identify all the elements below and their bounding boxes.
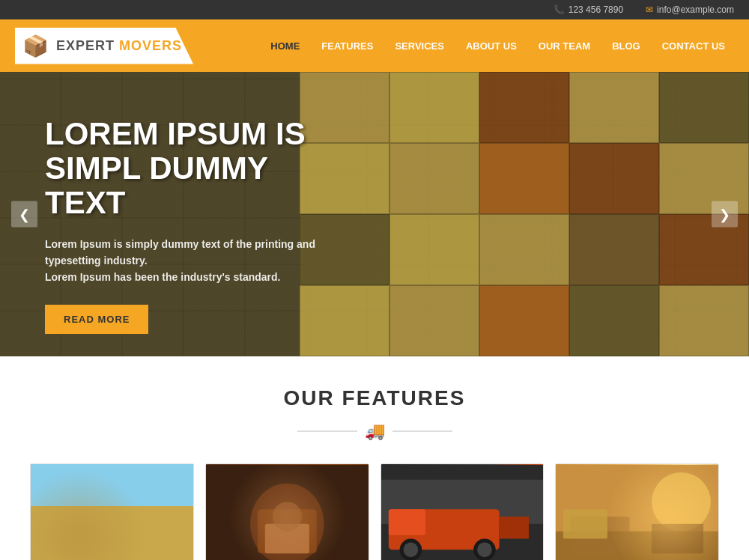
hero-next-button[interactable]: ❯ bbox=[712, 201, 738, 228]
nav-ourteam[interactable]: OUR TEAM bbox=[530, 34, 599, 58]
nav-contact[interactable]: CONTACT US bbox=[653, 34, 734, 58]
divider-line-right bbox=[392, 430, 452, 432]
email-address: info@example.com bbox=[657, 4, 734, 15]
hero-desc-line2: Lorem Ipsum has been the industry's stan… bbox=[45, 271, 281, 283]
container-13 bbox=[479, 214, 569, 285]
phone-icon: 📞 bbox=[554, 4, 565, 15]
features-section: OUR FEATURES 🚚 FEATURE TITLE 1 bbox=[0, 356, 749, 560]
svg-rect-11 bbox=[265, 524, 309, 553]
svg-rect-3 bbox=[112, 494, 137, 523]
svg-rect-6 bbox=[31, 505, 49, 524]
features-grid: FEATURE TITLE 1 Lorem ipsum dolor sit am… bbox=[30, 463, 719, 560]
main-nav: HOME FEATURES SERVICES ABOUT US OUR TEAM… bbox=[208, 34, 734, 58]
hero-title: LOREM IPSUM IS SIMPL DUMMY TEXT bbox=[45, 117, 345, 221]
logo-movers: MOVERS bbox=[115, 38, 182, 53]
svg-rect-1 bbox=[31, 517, 193, 560]
hero-content: LOREM IPSUM IS SIMPL DUMMY TEXT Lorem Ip… bbox=[0, 72, 389, 356]
feature-svg-1 bbox=[31, 464, 193, 560]
container-17 bbox=[389, 285, 479, 356]
nav-home[interactable]: HOME bbox=[261, 34, 309, 58]
header: 📦 EXPERT MOVERS HOME FEATURES SERVICES A… bbox=[0, 19, 749, 72]
svg-rect-25 bbox=[571, 517, 630, 553]
svg-point-7 bbox=[138, 476, 160, 499]
features-section-title: OUR FEATURES bbox=[15, 386, 734, 410]
svg-rect-21 bbox=[499, 517, 528, 539]
svg-rect-2 bbox=[75, 502, 104, 524]
container-4 bbox=[569, 72, 659, 143]
container-5 bbox=[659, 72, 749, 143]
svg-rect-8 bbox=[206, 465, 369, 560]
feature-card-3: FEATURE TITLE 3 Lorem ipsum dolor sit am… bbox=[380, 463, 545, 560]
feature-svg-2 bbox=[206, 464, 369, 560]
svg-rect-26 bbox=[563, 509, 607, 538]
container-19 bbox=[569, 285, 659, 356]
nav-services[interactable]: SERVICES bbox=[386, 34, 453, 58]
container-8 bbox=[479, 143, 569, 214]
phone-item: 📞 123 456 7890 bbox=[554, 4, 623, 15]
phone-number: 123 456 7890 bbox=[568, 4, 623, 15]
feature-svg-3 bbox=[381, 464, 544, 560]
svg-rect-5 bbox=[53, 509, 90, 524]
hero-prev-button[interactable]: ❮ bbox=[11, 201, 37, 228]
svg-point-12 bbox=[272, 502, 301, 531]
svg-point-20 bbox=[477, 542, 492, 557]
read-more-button[interactable]: READ MORE bbox=[45, 305, 148, 334]
hero-desc-line1: Lorem Ipsum is simply dummy text of the … bbox=[45, 238, 315, 267]
svg-rect-27 bbox=[652, 524, 703, 553]
logo-area[interactable]: 📦 EXPERT MOVERS bbox=[15, 28, 193, 64]
hero-section: LOREM IPSUM IS SIMPL DUMMY TEXT Lorem Ip… bbox=[0, 72, 749, 356]
svg-point-23 bbox=[652, 472, 711, 532]
container-18 bbox=[479, 285, 569, 356]
svg-point-18 bbox=[403, 542, 418, 557]
email-item: ✉ info@example.com bbox=[646, 4, 734, 15]
hero-description: Lorem Ipsum is simply dummy text of the … bbox=[45, 236, 345, 286]
nav-blog[interactable]: BLOG bbox=[603, 34, 649, 58]
container-3 bbox=[479, 72, 569, 143]
container-2 bbox=[389, 72, 479, 143]
email-icon: ✉ bbox=[646, 4, 653, 15]
feature-image-1 bbox=[31, 464, 193, 560]
container-14 bbox=[569, 214, 659, 285]
svg-rect-24 bbox=[556, 532, 718, 560]
container-20 bbox=[659, 285, 749, 356]
svg-rect-4 bbox=[145, 487, 168, 524]
svg-rect-22 bbox=[556, 465, 718, 560]
feature-card-1: FEATURE TITLE 1 Lorem ipsum dolor sit am… bbox=[30, 463, 194, 560]
logo-icon: 📦 bbox=[22, 34, 49, 58]
container-12 bbox=[389, 214, 479, 285]
svg-rect-0 bbox=[31, 465, 193, 517]
feature-card-2: FEATURE TITLE 2 Lorem ipsum dolor sit am… bbox=[205, 463, 369, 560]
svg-point-9 bbox=[250, 484, 324, 560]
truck-divider-icon: 🚚 bbox=[365, 421, 385, 441]
nav-features[interactable]: FEATURES bbox=[312, 34, 382, 58]
feature-svg-4 bbox=[556, 464, 718, 560]
feature-card-4: FEATURE TITLE 4 Lorem ipsum dolor sit am… bbox=[555, 463, 719, 560]
nav-about[interactable]: ABOUT US bbox=[457, 34, 526, 58]
feature-image-4 bbox=[556, 464, 718, 560]
feature-image-3 bbox=[381, 464, 544, 560]
features-divider: 🚚 bbox=[15, 421, 734, 441]
logo-expert: EXPERT bbox=[56, 38, 115, 53]
svg-rect-16 bbox=[388, 509, 425, 535]
top-bar: 📞 123 456 7890 ✉ info@example.com bbox=[0, 0, 749, 19]
logo-text: EXPERT MOVERS bbox=[56, 38, 182, 54]
container-7 bbox=[389, 143, 479, 214]
container-9 bbox=[569, 143, 659, 214]
feature-image-2 bbox=[206, 464, 369, 560]
divider-line-left bbox=[297, 430, 357, 432]
svg-rect-10 bbox=[258, 509, 317, 553]
